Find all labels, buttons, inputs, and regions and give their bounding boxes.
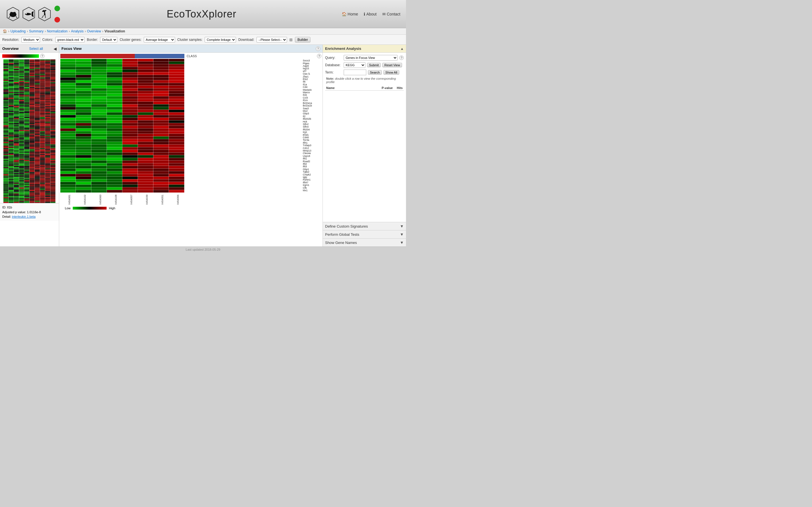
colorbar-gradient [2, 54, 39, 58]
database-select[interactable]: KEGG GO Reactome [344, 62, 365, 68]
query-select[interactable]: Genes in Focus View All Genes [344, 55, 398, 61]
gene-label: Irg1 [303, 131, 321, 133]
col-pvalue: P-value [376, 86, 393, 90]
svg-point-5 [26, 13, 27, 14]
gene-label: Bcl2a1b [303, 105, 321, 107]
gene-label: Tgfp2 [303, 171, 321, 173]
accordion-global-tests: Perform Global Tests ▼ [323, 230, 406, 238]
gene-label: Socs3 [303, 59, 321, 62]
svg-point-8 [54, 17, 60, 22]
database-label: Database: [325, 63, 342, 67]
resolution-select[interactable]: Medium Low High [21, 37, 40, 43]
svg-point-3 [14, 12, 16, 14]
breadcrumb-home-icon[interactable]: 🏠 [3, 29, 7, 33]
contact-link[interactable]: ✉ Contact [382, 12, 400, 16]
overview-header: Overview Select all ◀ [0, 45, 59, 53]
enrichment-note: Note: double click a row to view the cor… [325, 77, 404, 83]
fish-icon [21, 7, 36, 21]
overview-canvas [3, 59, 56, 203]
toolbar: Resolution: Medium Low High Colors: gree… [0, 35, 406, 45]
info-icon: ℹ [364, 12, 365, 16]
focus-heatmap [60, 59, 302, 193]
class-label: CLASS [187, 54, 197, 58]
footer: Last updated 2018-05-29 [0, 246, 406, 252]
global-tests-header[interactable]: Perform Global Tests ▼ [323, 230, 406, 238]
gene-names-header[interactable]: Show Gene Names ▼ [323, 238, 406, 246]
query-label: Query: [325, 56, 342, 60]
reset-view-button[interactable]: Reset View [382, 63, 402, 67]
overview-panel: Overview Select all ◀ ? ID: Il1b Adjuste… [0, 45, 59, 246]
class-help-icon[interactable]: ? [317, 54, 321, 58]
deco-circles [53, 4, 61, 24]
colors-select[interactable]: green-black-red blue-white-red [55, 37, 85, 43]
term-row: Term: Search Show All [325, 69, 404, 75]
query-help-icon[interactable]: ? [399, 55, 404, 60]
focus-canvas [60, 59, 185, 193]
breadcrumb-current: Visualization [104, 29, 125, 33]
focus-content[interactable]: CLASS ? Socs3PtgesAqp9Isg15Irf7Oas l1Zbp… [59, 53, 322, 246]
sample-label: X454057 [123, 194, 139, 205]
cluster-samples-select[interactable]: Complete linkage Average linkage Single … [205, 37, 236, 43]
builder-button[interactable]: Builder [295, 37, 310, 43]
gene-label: Ets2 [303, 78, 321, 80]
gene-label: Tnfaip3 [303, 144, 321, 147]
download-label: Download: [238, 38, 254, 42]
focus-legend: Low High [59, 205, 322, 212]
home-icon: 🏠 [342, 12, 347, 16]
overview-heatmap[interactable] [3, 59, 56, 203]
gene-label: Cd4 [303, 86, 321, 89]
accordion: Define Custom Signatures ▼ Perform Globa… [323, 222, 406, 246]
focus-panel: Focus View ? CLASS ? [59, 45, 323, 246]
gene-names-chevron: ▼ [400, 240, 404, 245]
overview-colorbar: ? [0, 53, 59, 59]
breadcrumb-uploading[interactable]: Uploading [10, 29, 26, 33]
logo-area [6, 4, 61, 24]
heatmap-area: Socs3PtgesAqp9Isg15Irf7Oas l1Zbp1Ets2Il6… [59, 59, 322, 193]
gene-label: Gbp3 [303, 112, 321, 115]
legend-gradient [73, 207, 107, 210]
home-link[interactable]: 🏠 Home [342, 12, 358, 16]
custom-signatures-header[interactable]: Define Custom Signatures ▼ [323, 222, 406, 230]
breadcrumb-normalization[interactable]: Normalization [47, 29, 67, 33]
detail-link[interactable]: interleukin 1 beta [12, 215, 36, 218]
overview-title: Overview [2, 47, 18, 51]
enrichment-collapse-icon[interactable]: ▲ [400, 47, 404, 51]
global-tests-chevron: ▼ [400, 232, 404, 237]
colorbar-help-icon[interactable]: ? [40, 54, 45, 58]
search-button[interactable]: Search [368, 70, 382, 75]
col-hits: Hits [393, 86, 403, 90]
term-label: Term: [325, 70, 342, 74]
about-link[interactable]: ℹ About [364, 12, 377, 16]
custom-signatures-chevron: ▼ [400, 224, 404, 228]
header-nav: 🏠 Home ℹ About ✉ Contact [342, 12, 400, 16]
focus-class-bar: CLASS ? [59, 53, 322, 59]
frog-icon [6, 7, 20, 21]
sample-label: X454051 [154, 194, 170, 205]
breadcrumb: 🏠 › Uploading › Summary › Normalization … [0, 28, 406, 35]
colors-label: Colors: [42, 38, 53, 42]
sample-label: X454081 [61, 194, 77, 205]
main-content: Overview Select all ◀ ? ID: Il1b Adjuste… [0, 45, 406, 246]
overview-info: ID: Il1b Adjusted p value: 1.0116e-8 Det… [0, 203, 59, 221]
border-label: Border: [87, 38, 98, 42]
cluster-genes-select[interactable]: Average linkage Complete linkage Single … [144, 37, 175, 43]
gene-label: Il1rn [303, 99, 321, 102]
legend-low: Low [65, 207, 70, 210]
collapse-button[interactable]: ◀ [54, 47, 57, 51]
breadcrumb-analysis[interactable]: Analysis [71, 29, 84, 33]
download-select[interactable]: --Please Select-- PNG PDF SVG [257, 37, 287, 43]
breadcrumb-overview[interactable]: Overview [87, 29, 101, 33]
term-input[interactable] [344, 69, 366, 75]
focus-help-icon[interactable]: ? [316, 47, 320, 51]
show-all-button[interactable]: Show All [384, 70, 399, 75]
database-row: Database: KEGG GO Reactome Submit Reset … [325, 62, 404, 68]
sample-label: X454039 [139, 194, 154, 205]
svg-point-7 [54, 6, 60, 11]
select-all-link[interactable]: Select all [29, 47, 43, 51]
gene-label: Oas l1 [303, 73, 321, 75]
sample-label: X454066 [170, 194, 186, 205]
breadcrumb-summary[interactable]: Summary [29, 29, 43, 33]
border-select[interactable]: Default None [100, 37, 117, 43]
submit-button[interactable]: Submit [367, 63, 380, 67]
col-name: Name [326, 86, 376, 90]
